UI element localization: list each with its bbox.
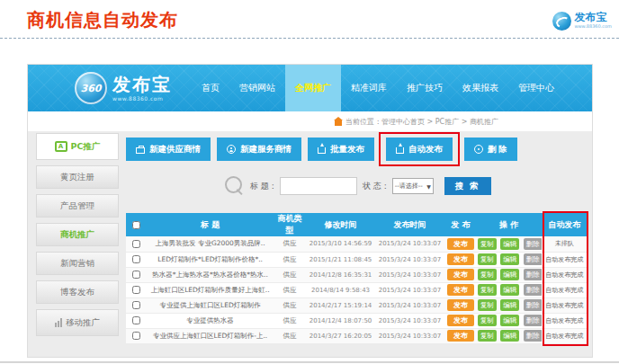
upload-icon	[318, 147, 326, 154]
edit-button[interactable]: 编辑	[500, 330, 519, 342]
delete-button[interactable]: 删 除	[464, 138, 517, 161]
copy-button[interactable]: 复制	[478, 238, 497, 250]
publish-button[interactable]: 发布	[447, 238, 474, 250]
row-type: 供应	[274, 282, 306, 297]
page-title: 商机信息自动发布	[27, 8, 178, 32]
copy-button[interactable]: 复制	[478, 269, 497, 280]
row-checkbox[interactable]	[132, 316, 140, 324]
row-delete-button[interactable]: 删除	[524, 269, 542, 280]
briefcase-icon	[136, 147, 145, 154]
content-area: A PC推广 黄页注册 产品管理 商机推广 新闻营销 博客发布	[28, 131, 592, 357]
copy-button[interactable]: 复制	[478, 330, 497, 342]
row-delete-button[interactable]: 删除	[524, 315, 542, 326]
title-search-input[interactable]	[280, 177, 357, 195]
search-icon	[225, 176, 245, 196]
edit-button[interactable]: 编辑	[500, 238, 519, 250]
breadcrumb-bar: 当前位置：管理中心首页 > PC推广 > 商机推广	[28, 111, 592, 131]
row-delete-button[interactable]: 删除	[524, 238, 542, 250]
row-modified-time: 2014/3/27 16:20:05	[306, 328, 375, 343]
row-delete-button[interactable]: 删除	[524, 284, 542, 296]
edit-button[interactable]: 编辑	[500, 315, 519, 326]
publish-button[interactable]: 发布	[447, 315, 474, 326]
publish-button[interactable]: 发布	[447, 269, 474, 280]
table-row: 上海男装批发 专业G2000男装品牌.. 供应 2015/3/10 14:56:…	[126, 236, 588, 252]
main-nav: 首页 营销网站 全网推广 精准词库 推广技巧	[192, 65, 564, 111]
site-logo: 发布宝 www.88360.com	[552, 12, 612, 31]
batch-publish-button[interactable]: 批量发布	[308, 138, 374, 161]
title-search-label: 标 题：	[250, 181, 277, 192]
nav-item[interactable]: 营销网站	[229, 65, 285, 111]
site-logo-name: 发布宝	[574, 12, 612, 22]
auto-publish-status: 自动发布完成	[542, 252, 588, 267]
row-type: 供应	[274, 267, 306, 282]
row-published-time: 2015/3/24 10:33:07	[375, 236, 444, 252]
sidebar-item-business-promotion[interactable]: 商机推广	[36, 223, 119, 246]
row-delete-button[interactable]: 删除	[524, 253, 542, 265]
app-logo-url: www.88360.com	[112, 96, 172, 102]
row-checkbox[interactable]	[132, 240, 140, 248]
copy-button[interactable]: 复制	[478, 253, 497, 265]
col-title: 标 题	[147, 213, 274, 236]
sidebar-item-blog-publish[interactable]: 博客发布	[36, 280, 119, 304]
upload-icon	[396, 147, 404, 154]
row-checkbox[interactable]	[132, 255, 140, 263]
table-body: 上海男装批发 专业G2000男装品牌.. 供应 2015/3/10 14:56:…	[126, 236, 588, 343]
col-modified: 修改时间	[306, 213, 375, 236]
row-delete-button[interactable]: 删除	[524, 299, 542, 311]
row-title: LED灯箱制作*LED灯箱制作价格*..	[147, 252, 274, 267]
app-logo: 360 发布宝 www.88360.com	[75, 72, 172, 104]
edit-button[interactable]: 编辑	[500, 299, 519, 311]
sidebar-item-mobile-promotion[interactable]: 移动推广	[36, 309, 119, 336]
auto-publish-status: 自动发布完成	[542, 282, 588, 297]
row-title: 专业提供热水器	[147, 313, 274, 328]
publish-button[interactable]: 发布	[447, 253, 474, 265]
toolbar: 新建供应商情 新建服务商情 批量发布 自动发布	[126, 137, 588, 162]
status-filter-select[interactable]: --请选择-- ▼	[392, 178, 434, 194]
col-auto-publish: 自动发布	[542, 213, 588, 236]
row-checkbox[interactable]	[132, 286, 140, 294]
search-button[interactable]: 搜 索	[444, 177, 491, 195]
row-modified-time: 2014/12/4 18:07:50	[306, 313, 375, 328]
new-supply-button[interactable]: 新建供应商情	[126, 138, 211, 161]
new-service-button[interactable]: 新建服务商情	[217, 138, 301, 161]
breadcrumb: 当前位置：管理中心首页 > PC推广 > 商机推广	[345, 117, 498, 127]
row-checkbox[interactable]	[132, 271, 140, 279]
row-modified-time: 2015/1/21 11:08:45	[306, 252, 375, 267]
publish-button[interactable]: 发布	[447, 299, 474, 311]
copy-button[interactable]: 复制	[478, 315, 497, 326]
nav-item[interactable]: 全网推广	[285, 65, 341, 111]
nav-item[interactable]: 推广技巧	[397, 65, 453, 111]
auto-publish-status: 未排队	[542, 236, 588, 252]
row-delete-button[interactable]: 删除	[524, 330, 542, 342]
publish-button[interactable]: 发布	[447, 330, 474, 342]
app-header: 360 发布宝 www.88360.com 首页 营销网站	[28, 65, 592, 111]
page: 商机信息自动发布 发布宝 www.88360.com 360 发布宝 www.8…	[0, 0, 619, 364]
select-all-checkbox[interactable]	[132, 221, 140, 229]
edit-button[interactable]: 编辑	[500, 284, 519, 296]
nav-item[interactable]: 首页	[192, 65, 229, 111]
row-published-time: 2015/3/24 10:33:07	[375, 282, 444, 297]
main-panel: 新建供应商情 新建服务商情 批量发布 自动发布	[126, 131, 588, 344]
col-operations: 操 作	[477, 213, 542, 236]
home-icon	[335, 120, 342, 126]
edit-button[interactable]: 编辑	[500, 253, 519, 265]
publish-button[interactable]: 发布	[447, 284, 474, 296]
copy-button[interactable]: 复制	[478, 284, 497, 296]
sidebar-item-yellowpage-register[interactable]: 黄页注册	[36, 165, 119, 189]
table-header-row: 标 题 商机类型 修改时间 发布时间 发 布 操 作 自动发布	[126, 213, 588, 236]
nav-item[interactable]: 效果报表	[453, 65, 508, 111]
copy-button[interactable]: 复制	[478, 299, 497, 311]
nav-item[interactable]: 管理中心	[508, 65, 564, 111]
dashed-separator	[0, 38, 619, 39]
auto-publish-button[interactable]: 自动发布	[386, 138, 453, 161]
row-checkbox[interactable]	[132, 301, 140, 309]
row-title: 专业提供上海虹口区LED灯箱制作	[147, 297, 274, 313]
site-logo-icon	[552, 12, 571, 31]
sidebar-item-product-management[interactable]: 产品管理	[36, 194, 119, 218]
row-checkbox[interactable]	[132, 332, 140, 340]
sidebar-item-news-marketing[interactable]: 新闻营销	[36, 252, 119, 275]
nav-item[interactable]: 精准词库	[341, 65, 397, 111]
edit-button[interactable]: 编辑	[500, 269, 519, 280]
pc-promotion-icon: A	[55, 141, 67, 152]
sidebar-item-pc-promotion[interactable]: A PC推广	[36, 133, 119, 160]
